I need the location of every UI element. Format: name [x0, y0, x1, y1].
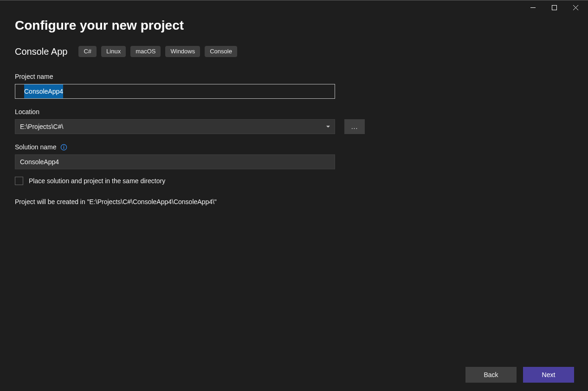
close-icon [573, 5, 578, 10]
minimize-icon [530, 5, 536, 10]
next-button[interactable]: Next [523, 367, 574, 383]
project-path-preview: Project will be created in "E:\Projects\… [15, 198, 573, 205]
solution-name-label-row: Solution name [15, 143, 573, 151]
same-directory-label: Place solution and project in the same d… [29, 177, 165, 185]
same-directory-checkbox[interactable] [15, 177, 23, 185]
template-tag: Linux [101, 46, 126, 57]
back-button[interactable]: Back [465, 367, 517, 383]
location-value: E:\Projects\C#\ [20, 123, 63, 130]
page-title: Configure your new project [15, 18, 573, 33]
back-label: Back [484, 371, 498, 378]
project-name-input[interactable]: ConsoleApp4 [15, 84, 335, 99]
svg-rect-6 [63, 147, 64, 149]
template-name: Console App [15, 46, 67, 57]
template-tag: Console [205, 46, 237, 57]
next-label: Next [542, 371, 556, 378]
close-button[interactable] [565, 0, 586, 14]
same-directory-row: Place solution and project in the same d… [15, 177, 573, 185]
solution-name-label: Solution name [15, 143, 57, 151]
info-icon[interactable] [60, 144, 67, 151]
project-name-label: Project name [15, 73, 573, 80]
svg-rect-1 [552, 5, 556, 10]
maximize-button[interactable] [543, 0, 565, 14]
location-label: Location [15, 108, 573, 115]
project-name-field: Project name ConsoleApp4 [15, 73, 573, 99]
location-field: Location E:\Projects\C#\ ... [15, 108, 573, 134]
solution-name-field: Solution name ConsoleApp4 [15, 143, 573, 169]
location-combobox[interactable]: E:\Projects\C#\ [15, 119, 335, 134]
template-tag: macOS [130, 46, 161, 57]
solution-name-input[interactable]: ConsoleApp4 [15, 154, 335, 169]
template-tag: Windows [165, 46, 200, 57]
wizard-footer: Back Next [0, 359, 588, 391]
project-name-value: ConsoleApp4 [24, 84, 63, 98]
maximize-icon [552, 5, 557, 10]
window-title-bar [0, 0, 588, 15]
template-summary: Console App C# Linux macOS Windows Conso… [15, 46, 573, 57]
browse-button[interactable]: ... [344, 119, 365, 134]
wizard-content: Configure your new project Console App C… [0, 15, 588, 359]
solution-name-value: ConsoleApp4 [20, 158, 59, 166]
template-tag: C# [78, 46, 97, 57]
browse-label: ... [351, 123, 358, 130]
svg-point-5 [63, 145, 64, 146]
chevron-down-icon [326, 126, 330, 128]
minimize-button[interactable] [522, 0, 543, 14]
